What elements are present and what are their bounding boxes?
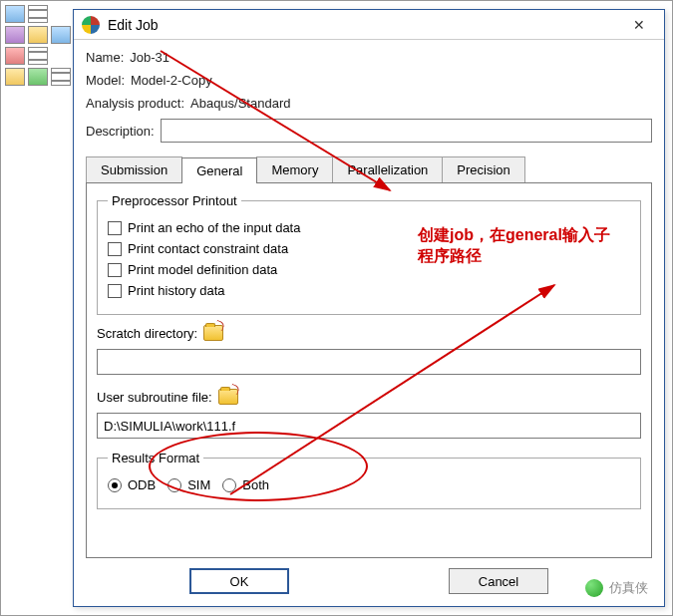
app-icon (82, 16, 100, 34)
tab-submission[interactable]: Submission (86, 156, 182, 182)
scratch-dir-input[interactable] (97, 349, 641, 375)
user-subroutine-input[interactable] (97, 413, 641, 439)
name-value: Job-31 (130, 50, 169, 65)
model-label: Model: (86, 73, 125, 88)
toolbar-icon[interactable] (51, 26, 71, 44)
watermark-text: 仿真侠 (609, 579, 648, 597)
cancel-button[interactable]: Cancel (449, 568, 548, 594)
toolbar-icon[interactable] (28, 47, 48, 65)
folder-open-icon[interactable] (203, 325, 223, 341)
watermark: 仿真侠 (585, 579, 648, 597)
radio-label: ODB (128, 477, 156, 492)
checkbox[interactable] (108, 284, 122, 298)
checkbox-label: Print history data (128, 283, 225, 298)
preprocessor-legend: Preprocessor Printout (108, 193, 241, 208)
annotation-ellipse (149, 432, 368, 501)
checkbox-label: Print model definition data (128, 262, 277, 277)
tabstrip: Submission General Memory Parallelizatio… (86, 156, 652, 183)
watermark-icon (585, 579, 603, 597)
checkbox[interactable] (108, 242, 122, 256)
radio-odb[interactable] (108, 478, 122, 492)
toolbar-icon[interactable] (5, 68, 25, 86)
toolbar-icon[interactable] (5, 26, 25, 44)
titlebar: Edit Job ✕ (74, 10, 664, 40)
description-input[interactable] (161, 119, 652, 143)
toolbar-icon[interactable] (5, 5, 25, 23)
close-button[interactable]: ✕ (616, 11, 662, 39)
checkbox[interactable] (108, 221, 122, 235)
analysis-value: Abaqus/Standard (190, 96, 290, 111)
edit-job-dialog: Edit Job ✕ Name: Job-31 Model: Model-2-C… (73, 9, 665, 607)
toolbar-icon[interactable] (28, 68, 48, 86)
toolbar-icon[interactable] (28, 26, 48, 44)
toolbar-icon[interactable] (51, 68, 71, 86)
analysis-label: Analysis product: (86, 96, 184, 111)
toolbar-icon[interactable] (5, 47, 25, 65)
model-value: Model-2-Copy (131, 73, 212, 88)
folder-open-icon[interactable] (218, 389, 238, 405)
scratch-label: Scratch directory: (97, 326, 197, 341)
left-toolbar (5, 5, 71, 86)
tab-memory[interactable]: Memory (256, 156, 333, 182)
checkbox-label: Print an echo of the input data (128, 220, 300, 235)
ok-button[interactable]: OK (189, 568, 289, 594)
description-label: Description: (86, 124, 155, 139)
tab-precision[interactable]: Precision (442, 156, 524, 182)
toolbar-icon[interactable] (28, 5, 48, 23)
annotation-text: 创建job，在general输入子 程序路径 (418, 225, 647, 267)
checkbox-label: Print contact constraint data (128, 241, 288, 256)
tab-general[interactable]: General (181, 157, 257, 183)
checkbox[interactable] (108, 263, 122, 277)
tab-parallelization[interactable]: Parallelization (332, 156, 443, 182)
usr-label: User subroutine file: (97, 390, 212, 405)
name-label: Name: (86, 50, 124, 65)
dialog-title: Edit Job (108, 17, 616, 33)
